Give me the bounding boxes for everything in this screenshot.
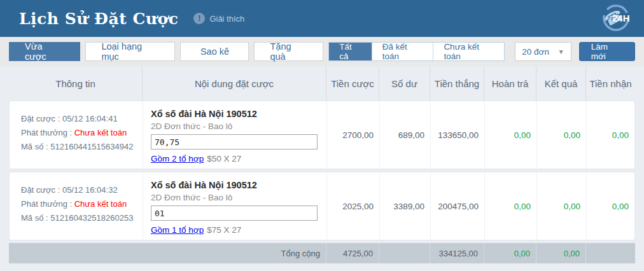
balance: 3389,00 <box>379 172 430 240</box>
game-title: Xổ số đài Hà Nội 190512 <box>151 109 318 119</box>
result: 0,00 <box>536 172 586 240</box>
payout-status-line: Phát thưởng : Chưa kết toán <box>21 197 139 211</box>
col-tien-thang: Tiền thắng <box>430 66 484 101</box>
page-title: Lịch Sử Đặt Cược <box>19 10 178 28</box>
bet-time: Đặt cược : 05/12 16:04:32 <box>21 183 139 197</box>
combo-link[interactable]: Gồm 1 tổ hợp <box>151 225 204 235</box>
refund: 0,00 <box>484 101 536 169</box>
tab-loai-hang-muc[interactable]: Loại hạng mục <box>85 42 175 61</box>
receive-amount: 0,00 <box>586 172 634 240</box>
table-row: Đặt cược : 05/12 16:04:41 Phát thưởng : … <box>9 101 635 169</box>
numbers-input[interactable] <box>151 205 318 221</box>
receive-amount: 0,00 <box>586 101 634 169</box>
total-win-amount: 334125,00 <box>430 243 484 263</box>
tab-vua-cuoc[interactable]: Vừa cược <box>9 42 80 61</box>
info-icon: ! <box>193 13 205 24</box>
filter-settled[interactable]: Đã kết toán <box>372 43 433 60</box>
status-filter-group: Tất cả Đã kết toán Chưa kết toán <box>328 42 505 61</box>
balance: 689,00 <box>379 101 430 169</box>
bet-time: Đặt cược : 05/12 16:04:41 <box>21 112 139 126</box>
total-bet-amount: 4725,00 <box>326 243 379 263</box>
game-title: Xổ số đài Hà Nội 190512 <box>151 180 318 190</box>
bet-amount: 2025,00 <box>326 172 379 240</box>
bet-content: Xổ số đài Hà Nội 190512 2D Đơn thức - Ba… <box>143 101 326 169</box>
status-badge: Chưa kết toán <box>74 199 127 209</box>
col-so-du: Số dư <box>379 66 430 101</box>
tab-sao-ke[interactable]: Sao kê <box>180 42 249 61</box>
help-link[interactable]: ! Giải thích <box>193 13 244 24</box>
numbers-input[interactable] <box>151 134 318 149</box>
col-thong-tin: Thông tin <box>9 66 142 101</box>
chevron-down-icon: ▼ <box>558 48 564 55</box>
table-row: Đặt cược : 05/12 16:04:32 Phát thưởng : … <box>9 172 635 240</box>
total-balance <box>379 243 430 263</box>
combo-line: Gồm 1 tổ hợp$75 X 27 <box>151 225 318 235</box>
total-receive <box>585 243 635 263</box>
tab-tang-qua[interactable]: Tặng quà <box>254 42 323 61</box>
combo-detail: $75 X 27 <box>207 225 241 235</box>
table-header: Thông tin Nội dung đặt cược Tiền cược Số… <box>9 66 635 101</box>
bet-content: Xổ số đài Hà Nội 190512 2D Đơn thức - Ba… <box>143 172 326 240</box>
page-size-select[interactable]: 20 đơn ▼ <box>515 42 571 61</box>
totals-label: Tổng cộng <box>9 243 326 263</box>
result: 0,00 <box>536 101 586 169</box>
bet-amount: 2700,00 <box>326 101 379 169</box>
filter-unsettled[interactable]: Chưa kết toán <box>433 43 504 60</box>
bet-info: Đặt cược : 05/12 16:04:32 Phát thưởng : … <box>10 172 143 240</box>
bet-type: 2D Đơn thức - Bao lô <box>151 193 318 202</box>
col-tien-nhan: Tiền nhận <box>585 66 635 101</box>
filter-all[interactable]: Tất cả <box>329 43 372 60</box>
bet-code: Mã số : 512160441515634942 <box>21 140 139 154</box>
payout-status-line: Phát thưởng : Chưa kết toán <box>21 126 139 140</box>
bet-info: Đặt cược : 05/12 16:04:41 Phát thưởng : … <box>10 101 143 169</box>
col-noi-dung: Nội dung đặt cược <box>142 66 326 101</box>
filter-controls: Tất cả Đã kết toán Chưa kết toán 20 đơn … <box>328 42 635 61</box>
combo-line: Gồm 2 tổ hợp$50 X 27 <box>151 154 318 163</box>
combo-detail: $50 X 27 <box>207 154 241 163</box>
win-amount: 200475,00 <box>430 172 484 240</box>
help-label: Giải thích <box>209 14 244 24</box>
header-bar: Lịch Sử Đặt Cược ! Giải thích ☎ 24H <box>0 0 644 37</box>
status-badge: Chưa kết toán <box>74 128 127 137</box>
col-hoan-tra: Hoàn trả <box>484 66 536 101</box>
refund: 0,00 <box>484 172 536 240</box>
col-ket-qua: Kết quả <box>536 66 585 101</box>
combo-link[interactable]: Gồm 2 tổ hợp <box>151 154 204 163</box>
svg-text:24H: 24H <box>612 13 630 24</box>
toolbar: Vừa cược Loại hạng mục Sao kê Tặng quà T… <box>0 37 644 66</box>
refresh-button[interactable]: Làm mới <box>579 42 635 61</box>
hotline-24h-logo: ☎ 24H <box>599 3 633 34</box>
totals-row: Tổng cộng 4725,00 334125,00 0,00 0,00 <box>9 243 635 263</box>
total-refund: 0,00 <box>484 243 536 263</box>
page-size-value: 20 đơn <box>522 47 549 57</box>
total-result: 0,00 <box>536 243 585 263</box>
win-amount: 133650,00 <box>430 101 484 169</box>
bet-type: 2D Đơn thức - Bao lô <box>151 122 318 131</box>
col-tien-cuoc: Tiền cược <box>326 66 379 101</box>
bet-code: Mã số : 512160432518260253 <box>21 211 139 225</box>
